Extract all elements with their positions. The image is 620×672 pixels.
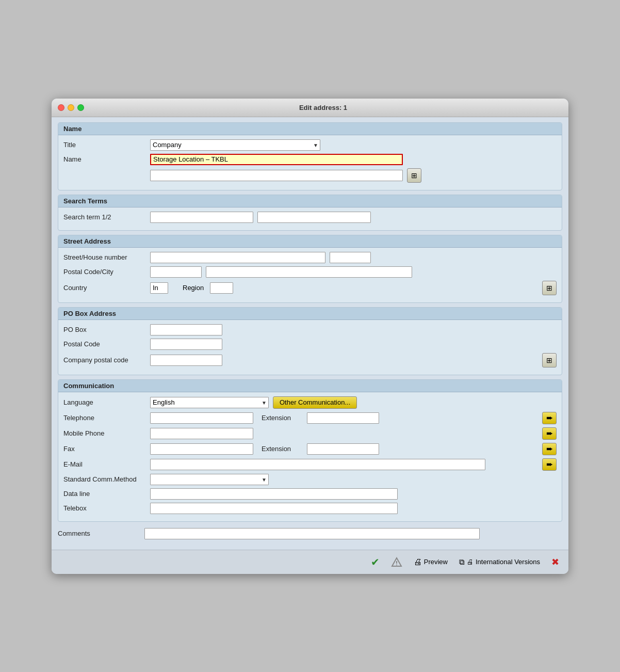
language-select-wrapper: English German French Spanish ▼ [150, 397, 269, 408]
decline-icon [391, 557, 402, 567]
email-field[interactable] [150, 459, 485, 470]
name-field-2[interactable] [150, 170, 403, 181]
comments-field[interactable] [144, 528, 480, 539]
name-row-2: ⊞ [63, 168, 557, 183]
search-term-field-1[interactable] [150, 212, 253, 223]
po-box-section: PO Box Address PO Box Postal Code Compan… [58, 307, 562, 375]
email-label: E-Mail [63, 460, 146, 468]
name-expand-button[interactable]: ⊞ [407, 168, 421, 183]
street-address-section: Street Address Street/House number Posta… [58, 235, 562, 303]
mobile-row: Mobile Phone ➨ [63, 427, 557, 440]
telebox-label: Telebox [63, 504, 146, 512]
check-icon: ✔ [371, 556, 380, 568]
name-section-body: Title Company Mr. Mrs. Dr. ▼ Name [58, 135, 562, 183]
street-label: Street/House number [63, 253, 146, 261]
expand-icon: ⊞ [411, 171, 417, 180]
name-label: Name [63, 155, 146, 163]
name-section: Name Title Company Mr. Mrs. Dr. ▼ [58, 122, 562, 190]
mobile-arrow-button[interactable]: ➨ [542, 427, 557, 440]
close-footer-button[interactable]: ✖ [548, 555, 562, 569]
street-row: Street/House number [63, 252, 557, 263]
window-title: Edit address: 1 [84, 104, 562, 111]
company-postal-field[interactable] [150, 355, 222, 366]
close-icon: ✖ [551, 556, 559, 568]
language-label: Language [63, 398, 146, 406]
fax-ext-field[interactable] [307, 443, 379, 455]
street-address-body: Street/House number Postal Code/City Cou… [58, 248, 562, 295]
name-field-1[interactable] [150, 154, 403, 165]
preview-label: Preview [424, 558, 448, 566]
street-field[interactable] [150, 252, 325, 263]
title-select[interactable]: Company Mr. Mrs. Dr. [150, 139, 320, 151]
language-select[interactable]: English German French Spanish [150, 397, 269, 408]
house-number-field[interactable] [330, 252, 371, 263]
international-versions-button[interactable]: ⧉ 🖨 International Versions [456, 556, 543, 568]
maximize-button[interactable] [77, 104, 84, 111]
po-box-header: PO Box Address [58, 308, 562, 320]
telephone-label: Telephone [63, 414, 146, 422]
telephone-arrow-icon: ➨ [546, 413, 553, 423]
other-communication-button[interactable]: Other Communication... [273, 396, 357, 409]
communication-section: Communication Language English German Fr… [58, 379, 562, 522]
street-expand-button[interactable]: ⊞ [542, 281, 557, 295]
communication-body: Language English German French Spanish ▼… [58, 392, 562, 514]
country-row: Country Region ⊞ [63, 281, 557, 295]
fax-field[interactable] [150, 443, 253, 455]
fax-arrow-button[interactable]: ➨ [542, 443, 557, 455]
region-label: Region [183, 284, 204, 292]
title-select-wrapper: Company Mr. Mrs. Dr. ▼ [150, 139, 320, 151]
std-comm-label: Standard Comm.Method [63, 475, 146, 483]
search-term-label: Search term 1/2 [63, 213, 146, 221]
email-arrow-icon: ➨ [546, 459, 553, 469]
po-postal-field[interactable] [150, 339, 222, 350]
fax-label: Fax [63, 445, 146, 453]
main-window: Edit address: 1 Name Title Company Mr. M… [52, 99, 568, 574]
po-box-row: PO Box [63, 324, 557, 335]
dataline-label: Data line [63, 490, 146, 498]
minimize-button[interactable] [68, 104, 74, 111]
copy-icon: ⧉ [459, 557, 465, 567]
email-arrow-button[interactable]: ➨ [542, 458, 557, 471]
po-expand-button[interactable]: ⊞ [542, 353, 557, 367]
comments-row: Comments [58, 526, 562, 541]
dataline-field[interactable] [150, 488, 398, 500]
po-box-body: PO Box Postal Code Company postal code ⊞ [58, 320, 562, 367]
std-comm-select[interactable]: Telephone Fax E-Mail [150, 474, 269, 485]
preview-button[interactable]: 🖨 Preview [411, 556, 451, 568]
footer: ✔ 🖨 Preview ⧉ 🖨 International Versions ✖ [52, 550, 568, 574]
fax-ext-label: Extension [262, 445, 303, 453]
telephone-field[interactable] [150, 412, 253, 424]
po-postal-label: Postal Code [63, 340, 146, 348]
po-box-label: PO Box [63, 326, 146, 333]
extension-field[interactable] [307, 412, 379, 424]
country-field[interactable] [150, 282, 168, 294]
fax-arrow-icon: ➨ [546, 444, 553, 454]
po-postal-row: Postal Code [63, 339, 557, 350]
postal-code-field[interactable] [150, 266, 202, 278]
communication-header: Communication [58, 380, 562, 392]
street-expand-icon: ⊞ [546, 284, 552, 292]
street-address-header: Street Address [58, 235, 562, 248]
close-button[interactable] [58, 104, 64, 111]
international-label: International Versions [476, 558, 540, 566]
search-term-field-2[interactable] [257, 212, 371, 223]
confirm-button[interactable]: ✔ [368, 554, 383, 570]
region-field[interactable] [210, 282, 233, 294]
name-row: Name [63, 154, 557, 165]
decline-button[interactable] [388, 555, 405, 569]
std-comm-row: Standard Comm.Method Telephone Fax E-Mai… [63, 474, 557, 485]
fax-row: Fax Extension ➨ [63, 443, 557, 455]
telephone-arrow-button[interactable]: ➨ [542, 412, 557, 424]
telebox-field[interactable] [150, 503, 398, 514]
city-field[interactable] [206, 266, 412, 278]
mobile-label: Mobile Phone [63, 429, 146, 437]
copy2-icon: 🖨 [467, 558, 474, 566]
dataline-row: Data line [63, 488, 557, 500]
title-label: Title [63, 141, 146, 149]
postal-city-row: Postal Code/City [63, 266, 557, 278]
mobile-field[interactable] [150, 428, 253, 439]
form-content: Name Title Company Mr. Mrs. Dr. ▼ [52, 117, 568, 550]
country-label: Country [63, 284, 146, 292]
search-term-row: Search term 1/2 [63, 212, 557, 223]
po-box-field[interactable] [150, 324, 222, 335]
